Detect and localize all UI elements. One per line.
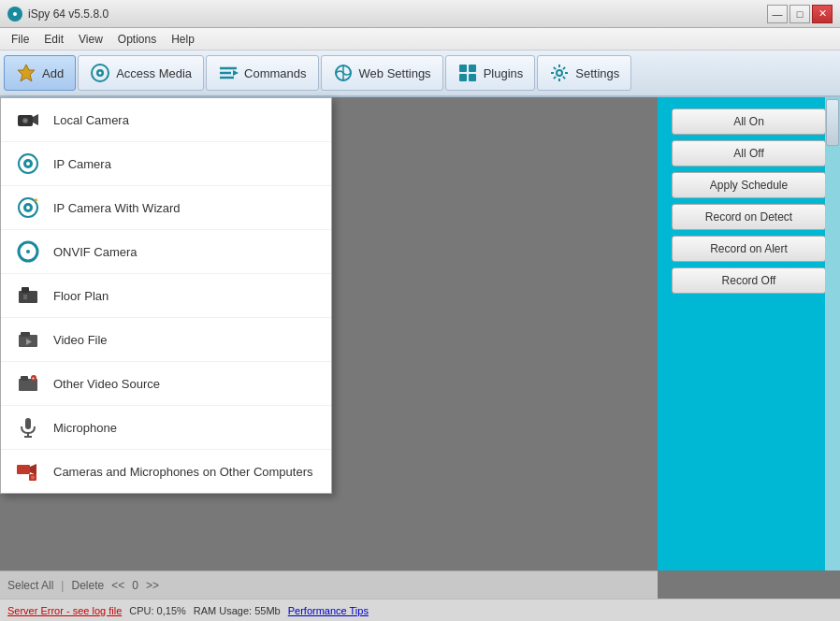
maximize-button[interactable]: □ [789,5,810,23]
other-video-icon: + [16,371,40,396]
record-on-detect-button[interactable]: Record on Detect [672,204,826,230]
menu-bar: File Edit View Options Help [0,28,840,51]
title-bar-left: iSpy 64 v5.5.8.0 [7,7,109,22]
svg-rect-12 [469,74,476,81]
svg-marker-6 [233,70,239,76]
bottom-toolbar: Select All | Delete << 0 >> [0,570,658,599]
video-file-item[interactable]: Video File [1,318,331,362]
floor-plan-item[interactable]: Floor Plan [1,274,331,318]
other-video-item[interactable]: + Other Video Source [1,362,331,406]
web-settings-label: Web Settings [359,66,431,80]
ip-camera-item[interactable]: IP Camera [1,142,331,186]
local-camera-item[interactable]: Local Camera [1,98,331,142]
right-panel: All On All Off Apply Schedule Record on … [658,97,840,570]
cpu-usage: CPU: 0,15% [129,605,186,616]
app-icon [7,7,22,22]
window-title: iSpy 64 v5.5.8.0 [28,7,109,21]
onvif-camera-icon [16,239,40,264]
performance-tips-link[interactable]: Performance Tips [288,605,369,616]
scrollbar-thumb[interactable] [826,99,839,146]
add-icon [16,63,36,83]
microphone-icon [16,415,40,440]
microphone-label: Microphone [53,421,117,435]
svg-rect-9 [459,65,467,72]
menu-help[interactable]: Help [164,31,202,48]
ip-camera-label: IP Camera [53,157,111,171]
svg-rect-40 [17,465,30,474]
web-settings-icon [333,63,354,83]
svg-marker-41 [30,464,36,475]
ip-camera-wizard-item[interactable]: ✦ IP Camera With Wizard [1,186,331,230]
record-off-button[interactable]: Record Off [672,267,826,294]
svg-rect-34 [21,376,28,381]
settings-button[interactable]: Settings [537,55,631,91]
access-media-button[interactable]: Access Media [78,55,204,91]
access-media-label: Access Media [116,66,192,80]
plugins-button[interactable]: Plugins [445,55,536,91]
commands-label: Commands [244,66,306,80]
svg-point-5 [99,72,102,75]
floor-plan-label: Floor Plan [53,289,109,303]
local-camera-icon [16,108,40,132]
commands-button[interactable]: Commands [206,55,318,91]
svg-text:✦: ✦ [33,196,39,205]
prev-button[interactable]: << [111,579,124,592]
svg-rect-10 [469,65,476,72]
all-off-button[interactable]: All Off [672,140,826,166]
delete-button[interactable]: Delete [71,579,104,592]
svg-point-13 [557,70,562,76]
floor-plan-icon [16,283,40,308]
cameras-other-icon [16,459,40,484]
window-controls: — □ ✕ [767,5,833,23]
svg-rect-37 [25,418,31,429]
cameras-other-item[interactable]: Cameras and Microphones on Other Compute… [1,450,331,493]
menu-file[interactable]: File [4,31,36,48]
cameras-other-label: Cameras and Microphones on Other Compute… [53,465,312,479]
menu-edit[interactable]: Edit [36,31,71,48]
add-button[interactable]: Add [4,55,76,91]
svg-rect-11 [459,74,467,81]
scrollbar-track[interactable] [825,97,840,570]
title-bar: iSpy 64 v5.5.8.0 — □ ✕ [0,0,840,28]
all-on-button[interactable]: All On [672,108,826,135]
svg-point-23 [26,206,30,209]
commands-icon [218,63,239,83]
next-button[interactable]: >> [146,579,159,592]
add-label: Add [42,66,64,80]
microphone-item[interactable]: Microphone [1,406,331,450]
web-settings-button[interactable]: Web Settings [321,55,443,91]
page-count: 0 [132,579,138,592]
svg-rect-31 [21,332,30,337]
local-camera-label: Local Camera [53,113,129,127]
svg-marker-15 [33,114,38,125]
ram-usage: RAM Usage: 55Mb [194,605,281,616]
onvif-camera-label: ONVIF Camera [53,245,138,259]
settings-icon [549,63,570,83]
menu-view[interactable]: View [71,31,110,48]
close-button[interactable]: ✕ [812,5,833,23]
video-file-icon [16,327,40,352]
video-file-label: Video File [53,333,108,347]
svg-point-1 [13,12,17,16]
toolbar: Add Access Media Commands [0,51,840,97]
minimize-button[interactable]: — [767,5,788,23]
status-bar: Server Error - see log file CPU: 0,15% R… [0,599,840,621]
server-error-link[interactable]: Server Error - see log file [7,605,122,616]
svg-point-26 [26,250,30,253]
apply-schedule-button[interactable]: Apply Schedule [672,172,826,198]
plugins-icon [457,63,478,83]
svg-point-20 [26,162,30,166]
main-area: Local Camera IP Camera ✦ I [0,97,840,599]
onvif-camera-item[interactable]: ONVIF Camera [1,230,331,274]
plugins-label: Plugins [484,66,524,80]
ip-camera-wizard-label: IP Camera With Wizard [53,201,181,215]
menu-options[interactable]: Options [110,31,164,48]
svg-rect-29 [23,295,27,299]
svg-text:+: + [32,375,35,381]
settings-label: Settings [575,66,619,80]
select-all-button[interactable]: Select All [7,579,53,592]
svg-point-17 [24,120,27,123]
record-on-alert-button[interactable]: Record on Alert [672,236,826,262]
access-media-icon [90,63,110,83]
other-video-label: Other Video Source [53,377,160,391]
